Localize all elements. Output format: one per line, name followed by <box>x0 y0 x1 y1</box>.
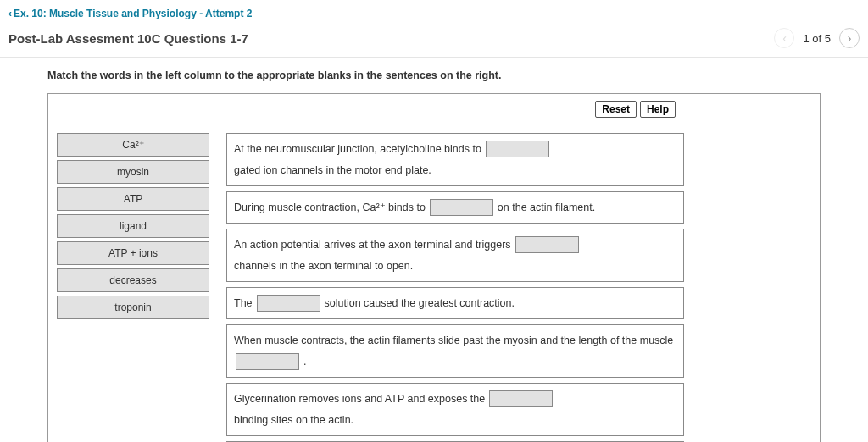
sentence-text: At the neuromuscular junction, acetylcho… <box>234 140 481 158</box>
matching-work-area: Reset Help Ca²⁺ myosin ATP ligand ATP + … <box>47 93 821 442</box>
sentence-text: binding sites on the actin. <box>234 411 353 429</box>
term-tile[interactable]: ATP + ions <box>57 241 209 265</box>
prev-question-button: ‹ <box>774 28 794 48</box>
help-button[interactable]: Help <box>640 101 676 118</box>
drop-slot[interactable] <box>236 353 299 370</box>
sentence-text: channels in the axon terminal to open. <box>234 257 413 275</box>
question-nav: ‹ 1 of 5 › <box>774 28 860 48</box>
drop-slot[interactable] <box>489 390 553 407</box>
instruction-text: Match the words in the left column to th… <box>47 69 821 81</box>
progress-label: 1 of 5 <box>803 32 831 45</box>
reset-button[interactable]: Reset <box>595 101 637 118</box>
sentence-row: During muscle contraction, Ca²⁺ binds to… <box>226 191 684 224</box>
term-tile[interactable]: ligand <box>57 214 209 238</box>
sentence-text: When muscle contracts, the actin filamen… <box>234 331 673 350</box>
drop-slot[interactable] <box>486 141 549 157</box>
drop-slot[interactable] <box>257 295 320 312</box>
term-tile[interactable]: troponin <box>57 296 209 319</box>
breadcrumb-link[interactable]: ‹Ex. 10: Muscle Tissue and Physiology - … <box>8 8 252 19</box>
term-tile[interactable]: ATP <box>57 187 209 211</box>
sentence-row: The solution caused the greatest contrac… <box>226 287 684 319</box>
drop-slot[interactable] <box>515 236 579 253</box>
sentence-text: on the actin filament. <box>498 198 595 217</box>
sentence-text: gated ion channels in the motor end plat… <box>234 161 431 180</box>
sentence-row: An action potential arrives at the axon … <box>226 229 684 282</box>
page-title: Post-Lab Assesment 10C Questions 1-7 <box>8 31 248 46</box>
terms-column: Ca²⁺ myosin ATP ligand ATP + ions decrea… <box>57 133 209 319</box>
sentence-text: solution caused the greatest contraction… <box>325 294 515 312</box>
term-tile[interactable]: Ca²⁺ <box>57 133 209 157</box>
sentences-column: At the neuromuscular junction, acetylcho… <box>226 133 684 442</box>
sentence-text: During muscle contraction, Ca²⁺ binds to <box>234 198 426 217</box>
sentence-row: At the neuromuscular junction, acetylcho… <box>226 133 684 186</box>
term-tile[interactable]: decreases <box>57 268 209 292</box>
next-question-button[interactable]: › <box>839 28 860 48</box>
breadcrumb-label: Ex. 10: Muscle Tissue and Physiology - A… <box>14 8 252 19</box>
sentence-row: Glycerination removes ions and ATP and e… <box>226 383 684 436</box>
drop-slot[interactable] <box>430 199 493 216</box>
sentence-text: . <box>303 352 306 371</box>
sentence-row: When muscle contracts, the actin filamen… <box>226 324 684 378</box>
term-tile[interactable]: myosin <box>57 160 209 184</box>
sentence-text: Glycerination removes ions and ATP and e… <box>234 390 485 408</box>
chevron-left-icon: ‹ <box>8 8 12 19</box>
sentence-text: An action potential arrives at the axon … <box>234 235 511 254</box>
sentence-text: The <box>234 294 253 312</box>
